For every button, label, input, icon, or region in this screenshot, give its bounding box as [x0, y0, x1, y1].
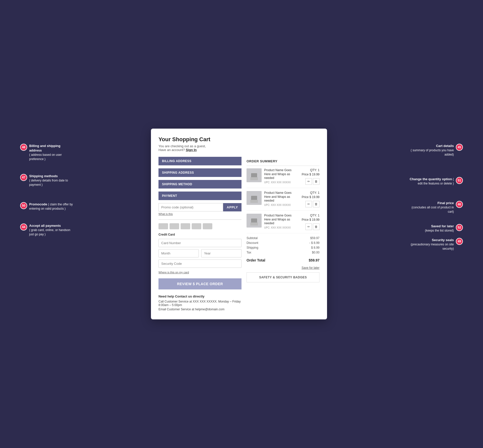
- delete-button-3[interactable]: 🗑: [313, 223, 319, 230]
- shipping-value: $ 8.99: [311, 246, 319, 249]
- annotation-49: Security seals (precautionary measures o…: [405, 238, 463, 251]
- footer: Need help Contact us directly Call Custo…: [158, 294, 242, 311]
- tax-value: $0.00: [312, 251, 319, 254]
- order-totals: Subtotal $59.97 Discount - $ 8.99 Shippi…: [247, 236, 319, 262]
- footer-email: Email Customer Service at helpme@domain.…: [158, 308, 242, 311]
- product-name-3: Product Name Goes Here and Wraps as need…: [264, 214, 296, 226]
- credit-card-label: Credit Card: [158, 233, 242, 236]
- badge-51: 51: [456, 177, 463, 184]
- badge-47: 47: [20, 174, 27, 181]
- expiry-month-input[interactable]: [158, 249, 199, 257]
- review-place-order-button[interactable]: REVIEW $ PLACE ORDER: [158, 278, 242, 289]
- page-wrapper: 48 Billing and shipping address ( addres…: [10, 129, 473, 319]
- product-actions-2: ✏ 🗑: [298, 201, 319, 207]
- discount-row: Discount - $ 8.99: [247, 241, 319, 245]
- annotation-text-50: Promocode ( claim the offer by entering …: [29, 202, 73, 211]
- edit-button-3[interactable]: ✏: [305, 223, 312, 230]
- product-thumbnail-1: [247, 168, 262, 182]
- product-info-2: Product Name Goes Here and Wraps as need…: [264, 191, 296, 207]
- product-info-1: Product Name Goes Here and Wraps as need…: [264, 168, 296, 185]
- what-is-this-link[interactable]: What is this: [158, 212, 242, 215]
- product-price-col-2: QTY: 1 Price $ 19.99 ✏ 🗑: [298, 191, 319, 207]
- save-for-later-section: Save for later: [247, 265, 319, 270]
- footer-help: Need help Contact us directly: [158, 294, 242, 298]
- payment-icon-5: [203, 223, 212, 229]
- security-code-input[interactable]: [158, 259, 242, 268]
- sign-in-link[interactable]: Sign In: [186, 148, 196, 152]
- payment-icon-1: [158, 223, 168, 229]
- shipping-row: Shipping $ 8.99: [247, 246, 319, 249]
- order-total-value: $59.97: [309, 258, 319, 262]
- annotation-text-44: Accept all payments ( grab card, online,…: [29, 223, 73, 237]
- annotation-48: 48 Billing and shipping address ( addres…: [20, 144, 73, 161]
- product-qty-3: QTY: 1: [298, 214, 319, 217]
- promo-input[interactable]: [158, 203, 223, 211]
- badge-44: 44: [20, 223, 27, 231]
- card-number-input[interactable]: [158, 239, 242, 247]
- product-price-2: Price $ 19.99: [298, 195, 319, 199]
- delete-button-1[interactable]: 🗑: [313, 178, 319, 185]
- annotation-text-45: Cart details ( summary of products you h…: [405, 144, 454, 157]
- tax-label: Tax: [247, 251, 251, 254]
- card-expiry-row: [158, 249, 242, 257]
- guest-text: You are checking out as a guest, Have an…: [158, 144, 319, 152]
- left-annotations: 48 Billing and shipping address ( addres…: [20, 129, 73, 247]
- product-price-3: Price $ 19.99: [298, 218, 319, 221]
- divider: [158, 219, 242, 220]
- order-total-row: Order Total $59.97: [247, 256, 319, 262]
- product-qty-1: QTY: 1: [298, 168, 319, 172]
- annotation-51: Change the quantity option ( edit the fe…: [405, 177, 463, 186]
- shipping-section: SHIPPING ADDRESS: [158, 168, 242, 177]
- order-summary-header: ORDER SUMMERY: [247, 157, 319, 166]
- edit-button-1[interactable]: ✏: [305, 178, 312, 185]
- badge-52: 52: [456, 224, 463, 231]
- right-column: ORDER SUMMERY Product Name Goes Here and…: [247, 157, 319, 312]
- annotation-50: 50 Promocode ( claim the offer by enteri…: [20, 202, 73, 211]
- product-item-2: Product Name Goes Here and Wraps as need…: [247, 191, 319, 211]
- billing-section: BILLING ADDRESS: [158, 157, 242, 165]
- annotation-45: Cart details ( summary of products you h…: [405, 144, 463, 157]
- product-name-2: Product Name Goes Here and Wraps as need…: [264, 191, 296, 203]
- subtotal-row: Subtotal $59.97: [247, 236, 319, 240]
- where-is-card-link[interactable]: Where is this on my card: [158, 271, 189, 274]
- product-upc-3: UPC: XXX XXX XXXXX: [264, 226, 296, 229]
- product-qty-2: QTY: 1: [298, 191, 319, 195]
- left-column: BILLING ADDRESS SHIPPING ADDRESS SHIPPIN…: [158, 157, 242, 312]
- delete-button-2[interactable]: 🗑: [313, 201, 319, 207]
- annotation-52: Saved for later (keeps the list stored) …: [405, 224, 463, 233]
- edit-button-2[interactable]: ✏: [305, 201, 312, 207]
- product-name-1: Product Name Goes Here and Wraps as need…: [264, 168, 296, 180]
- annotation-47: 47 Shipping methods ( delivery details f…: [20, 174, 73, 187]
- annotation-text-49: Security seals (precautionary measures o…: [405, 238, 454, 251]
- product-upc-2: UPC: XXX XXX XXXXX: [264, 204, 296, 206]
- main-card: Your Shopping Cart You are checking out …: [151, 129, 327, 319]
- billing-address-header[interactable]: BILLING ADDRESS: [158, 157, 242, 165]
- right-annotations: Cart details ( summary of products you h…: [405, 129, 463, 261]
- payment-header: PAYMENT: [158, 192, 242, 200]
- badge-50: 50: [20, 202, 27, 209]
- annotation-text-48: Billing and shipping address ( address b…: [29, 144, 73, 161]
- shipping-method-section: SHIPPING METHOD: [158, 180, 242, 189]
- badge-46: 46: [456, 201, 463, 208]
- save-for-later-link[interactable]: Save for later: [302, 266, 319, 270]
- apply-promo-button[interactable]: APPLY: [223, 203, 242, 211]
- page-title: Your Shopping Cart: [158, 136, 319, 143]
- shipping-address-header[interactable]: SHIPPING ADDRESS: [158, 168, 242, 177]
- payment-icon-2: [170, 223, 179, 229]
- annotation-text-52: Saved for later (keeps the list stored): [405, 224, 454, 233]
- tax-row: Tax $0.00: [247, 251, 319, 254]
- product-info-3: Product Name Goes Here and Wraps as need…: [264, 214, 296, 230]
- payment-icon-4: [192, 223, 201, 229]
- annotation-text-46: Final price (concludes all cost of produ…: [405, 201, 454, 214]
- product-price-col-1: QTY: 1 Price $ 19.99 ✏ 🗑: [298, 168, 319, 185]
- shipping-method-header[interactable]: SHIPPING METHOD: [158, 180, 242, 189]
- badge-49: 49: [456, 238, 463, 245]
- expiry-year-input[interactable]: [201, 249, 242, 257]
- payment-icons: [158, 223, 242, 229]
- shipping-label: Shipping: [247, 246, 258, 249]
- product-price-1: Price $ 19.99: [298, 173, 319, 176]
- payment-icon-3: [181, 223, 190, 229]
- annotation-44: 44 Accept all payments ( grab card, onli…: [20, 223, 73, 237]
- safety-badges-section: SAFETY & SECURITY BADGES: [247, 272, 319, 282]
- subtotal-label: Subtotal: [247, 236, 258, 240]
